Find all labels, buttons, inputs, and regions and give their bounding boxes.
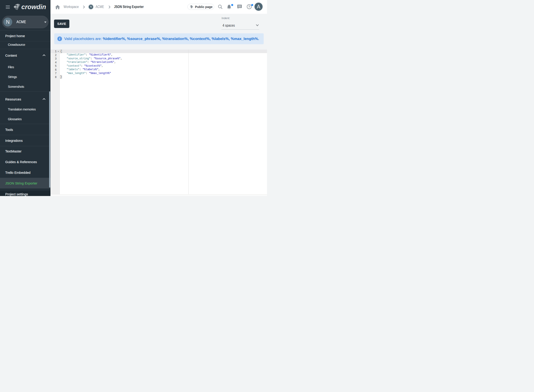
svg-text:?: ? — [248, 5, 250, 9]
